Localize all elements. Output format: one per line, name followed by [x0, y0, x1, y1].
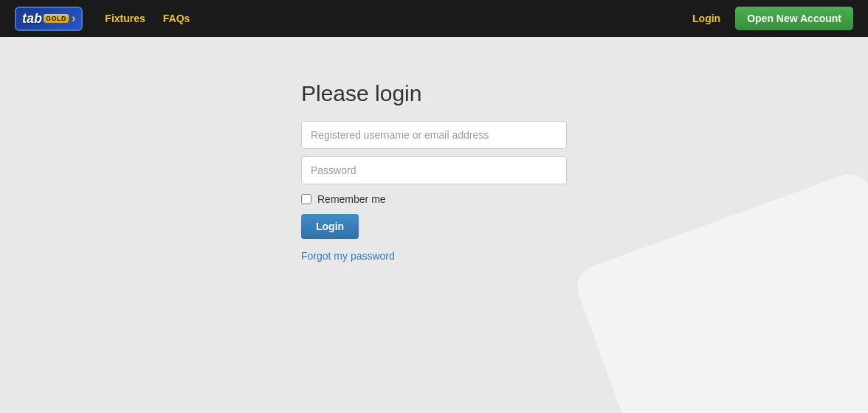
username-input[interactable] [301, 121, 567, 149]
navbar: tab GOLD › Fixtures FAQs Login Open New … [0, 0, 868, 37]
nav-link-faqs[interactable]: FAQs [163, 13, 190, 24]
remember-me-label[interactable]: Remember me [317, 193, 386, 205]
login-container: Please login Remember me Login Forgot my… [301, 81, 567, 263]
logo-container[interactable]: tab GOLD › [15, 7, 83, 31]
forgot-password-link[interactable]: Forgot my password [301, 250, 395, 262]
password-field-group [301, 156, 567, 184]
logo-chevron-icon: › [72, 12, 75, 25]
nav-links: Fixtures FAQs [105, 13, 692, 24]
tab-gold-logo: tab GOLD › [15, 7, 83, 31]
login-button[interactable]: Login [301, 214, 359, 239]
nav-login-link[interactable]: Login [692, 13, 720, 24]
remember-me-group: Remember me [301, 193, 567, 205]
nav-link-fixtures[interactable]: Fixtures [105, 13, 145, 24]
nav-right: Login Open New Account [692, 7, 853, 30]
remember-me-checkbox[interactable] [301, 194, 311, 204]
password-input[interactable] [301, 156, 567, 184]
username-field-group [301, 121, 567, 149]
open-new-account-button[interactable]: Open New Account [735, 7, 853, 30]
logo-tab-text: tab [22, 11, 42, 27]
logo-gold-badge: GOLD [44, 14, 69, 23]
page-title: Please login [301, 81, 567, 106]
main-content: Please login Remember me Login Forgot my… [0, 37, 868, 263]
